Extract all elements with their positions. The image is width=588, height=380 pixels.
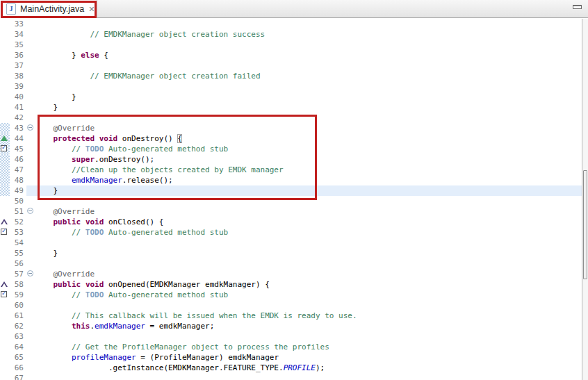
code-text[interactable]	[35, 81, 582, 92]
code-text[interactable]: // TODO Auto-generated method stub	[35, 144, 582, 154]
code-text[interactable]: // Get the ProfileManager object to proc…	[35, 342, 582, 352]
code-text[interactable]	[35, 238, 582, 248]
code-line: 53 // TODO Auto-generated method stub	[0, 227, 582, 238]
code-text[interactable]	[35, 196, 582, 206]
code-text[interactable]	[35, 300, 582, 311]
code-line: 42	[0, 113, 582, 123]
code-text[interactable]: .getInstance(EMDKManager.FEATURE_TYPE.PR…	[35, 363, 582, 373]
folding-ruler-cell	[26, 175, 35, 185]
code-text[interactable]: } else {	[35, 50, 582, 60]
line-number: 35	[10, 40, 26, 50]
code-text[interactable]: // EMDKManager object creation failed	[35, 71, 582, 81]
code-text[interactable]	[35, 40, 582, 50]
line-number: 43	[10, 123, 26, 133]
code-text[interactable]	[35, 19, 582, 29]
code-line: 45 // TODO Auto-generated method stub	[0, 144, 582, 154]
collapse-icon[interactable]	[27, 208, 33, 214]
line-number: 44	[10, 133, 26, 144]
line-number: 67	[10, 373, 26, 380]
tab-close-icon[interactable]: ✕	[88, 6, 95, 13]
folding-ruler-cell	[26, 363, 35, 373]
minimize-view-icon[interactable]	[573, 5, 582, 9]
code-line: 35	[0, 40, 582, 50]
code-text[interactable]: }	[35, 248, 582, 258]
annotation-ruler-cell	[0, 102, 10, 113]
code-line: 61 // This callback will be issued when …	[0, 311, 582, 321]
folding-ruler-cell	[26, 217, 35, 227]
code-text[interactable]: emdkManager.release();	[35, 175, 582, 185]
code-line: 44 protected void onDestroy() {	[0, 133, 582, 144]
line-number: 64	[10, 342, 26, 352]
code-text[interactable]: public void onClosed() {	[35, 217, 582, 227]
folding-ruler-cell	[26, 144, 35, 154]
line-number: 49	[10, 185, 26, 196]
folding-ruler-cell	[26, 331, 35, 342]
code-text[interactable]: }	[35, 102, 582, 113]
line-number: 54	[10, 238, 26, 248]
line-number: 53	[10, 227, 26, 238]
code-text[interactable]: }	[35, 92, 582, 102]
annotation-ruler-cell	[0, 258, 10, 269]
code-text[interactable]: profileManager = (ProfileManager) emdkMa…	[35, 352, 582, 363]
tab-mainactivity-java[interactable]: J MainActivity.java ✕	[0, 0, 97, 18]
collapse-icon[interactable]	[27, 270, 33, 276]
annotation-ruler-cell	[0, 290, 10, 300]
code-line: 41 }	[0, 102, 582, 113]
line-number: 61	[10, 311, 26, 321]
code-line: 37	[0, 60, 582, 71]
code-text[interactable]: // TODO Auto-generated method stub	[35, 290, 582, 300]
folding-ruler-cell	[26, 40, 35, 50]
code-line: 67	[0, 373, 582, 380]
code-text[interactable]: // TODO Auto-generated method stub	[35, 227, 582, 238]
folding-ruler-cell	[26, 227, 35, 238]
code-line: 47 //Clean up the objects created by EMD…	[0, 165, 582, 175]
code-line: 62 this.emdkManager = emdkManager;	[0, 321, 582, 331]
implements-method-icon	[1, 281, 8, 287]
code-text[interactable]	[35, 331, 582, 342]
code-text[interactable]: @Override	[35, 269, 582, 279]
code-text[interactable]	[35, 258, 582, 269]
folding-ruler-cell	[26, 321, 35, 331]
folding-ruler-cell	[26, 352, 35, 363]
collapse-icon[interactable]	[27, 124, 33, 131]
overrides-method-icon	[1, 135, 8, 141]
overview-ruler[interactable]	[582, 19, 588, 380]
folding-ruler-cell	[26, 269, 35, 279]
annotation-ruler-cell	[0, 50, 10, 60]
folding-ruler-cell	[26, 71, 35, 81]
code-editor[interactable]: 3334 // EMDKManager object creation succ…	[0, 19, 582, 380]
folding-ruler-cell	[26, 290, 35, 300]
code-text[interactable]: // This callback will be issued when the…	[35, 311, 582, 321]
code-text[interactable]	[35, 373, 582, 380]
folding-ruler-cell	[26, 133, 35, 144]
code-line: 66 .getInstance(EMDKManager.FEATURE_TYPE…	[0, 363, 582, 373]
code-line: 43 @Override	[0, 123, 582, 133]
line-number: 56	[10, 258, 26, 269]
code-text[interactable]: super.onDestroy();	[35, 154, 582, 165]
line-number: 57	[10, 269, 26, 279]
scrollbar-thumb[interactable]	[583, 170, 587, 279]
code-text[interactable]: // EMDKManager object creation success	[35, 29, 582, 40]
code-text[interactable]	[35, 113, 582, 123]
task-marker-icon	[1, 291, 7, 297]
folding-ruler-cell	[26, 19, 35, 29]
code-text[interactable]: }	[35, 185, 582, 196]
annotation-ruler-cell	[0, 19, 10, 29]
code-line: 54	[0, 238, 582, 248]
annotation-ruler-cell	[0, 60, 10, 71]
code-line: 63	[0, 331, 582, 342]
annotation-ruler-cell	[0, 81, 10, 92]
code-text[interactable]: //Clean up the objects created by EMDK m…	[35, 165, 582, 175]
code-text[interactable]: public void onOpened(EMDKManager emdkMan…	[35, 279, 582, 290]
code-text[interactable]: @Override	[35, 206, 582, 217]
code-text[interactable]: this.emdkManager = emdkManager;	[35, 321, 582, 331]
line-number: 40	[10, 92, 26, 102]
code-text[interactable]: @Override	[35, 123, 582, 133]
line-number: 39	[10, 81, 26, 92]
code-text[interactable]: protected void onDestroy() {	[35, 133, 582, 144]
line-number: 46	[10, 154, 26, 165]
code-text[interactable]	[35, 60, 582, 71]
folding-ruler-cell	[26, 279, 35, 290]
line-number: 52	[10, 217, 26, 227]
line-number: 37	[10, 60, 26, 71]
